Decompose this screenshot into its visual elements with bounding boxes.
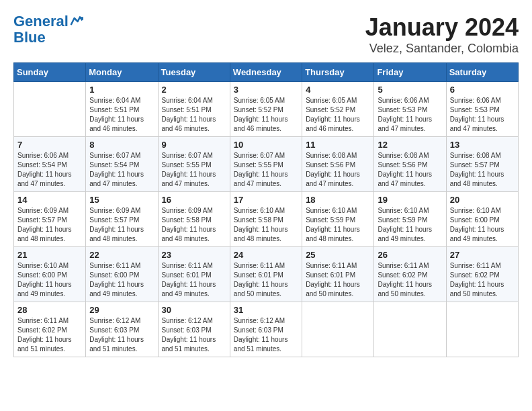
day-number: 26 xyxy=(378,250,442,260)
day-header-sunday: Sunday xyxy=(14,63,86,82)
day-number: 15 xyxy=(89,195,154,205)
day-info: Sunrise: 6:05 AMSunset: 5:52 PMDaylight:… xyxy=(306,96,370,134)
day-header-tuesday: Tuesday xyxy=(158,63,230,82)
day-info: Sunrise: 6:08 AMSunset: 5:56 PMDaylight:… xyxy=(306,151,370,189)
day-info: Sunrise: 6:09 AMSunset: 5:57 PMDaylight:… xyxy=(17,206,82,244)
calendar-cell: 5Sunrise: 6:06 AMSunset: 5:53 PMDaylight… xyxy=(374,82,446,137)
calendar-cell: 9Sunrise: 6:07 AMSunset: 5:55 PMDaylight… xyxy=(158,137,230,192)
day-header-friday: Friday xyxy=(374,63,446,82)
day-info: Sunrise: 6:06 AMSunset: 5:53 PMDaylight:… xyxy=(378,96,442,134)
calendar-cell: 4Sunrise: 6:05 AMSunset: 5:52 PMDaylight… xyxy=(302,82,374,137)
calendar-cell: 17Sunrise: 6:10 AMSunset: 5:58 PMDayligh… xyxy=(230,192,302,247)
calendar-cell: 26Sunrise: 6:11 AMSunset: 6:02 PMDayligh… xyxy=(374,247,446,302)
day-number: 23 xyxy=(162,250,226,260)
calendar-table: SundayMondayTuesdayWednesdayThursdayFrid… xyxy=(13,62,519,357)
day-info: Sunrise: 6:11 AMSunset: 6:02 PMDaylight:… xyxy=(17,316,82,354)
day-number: 21 xyxy=(17,250,82,260)
day-info: Sunrise: 6:11 AMSunset: 6:02 PMDaylight:… xyxy=(378,261,442,299)
logo-text: General xyxy=(13,13,69,30)
day-number: 1 xyxy=(89,85,154,95)
calendar-cell: 19Sunrise: 6:10 AMSunset: 5:59 PMDayligh… xyxy=(374,192,446,247)
day-info: Sunrise: 6:07 AMSunset: 5:55 PMDaylight:… xyxy=(162,151,226,189)
calendar-week-row: 21Sunrise: 6:10 AMSunset: 6:00 PMDayligh… xyxy=(14,247,519,302)
day-info: Sunrise: 6:10 AMSunset: 6:00 PMDaylight:… xyxy=(17,261,82,299)
calendar-cell xyxy=(446,302,518,357)
calendar-cell: 27Sunrise: 6:11 AMSunset: 6:02 PMDayligh… xyxy=(446,247,518,302)
day-number: 31 xyxy=(234,305,298,315)
day-info: Sunrise: 6:11 AMSunset: 6:02 PMDaylight:… xyxy=(450,261,515,299)
calendar-week-row: 28Sunrise: 6:11 AMSunset: 6:02 PMDayligh… xyxy=(14,302,519,357)
logo-icon xyxy=(70,15,83,28)
day-number: 29 xyxy=(89,305,154,315)
day-info: Sunrise: 6:04 AMSunset: 5:51 PMDaylight:… xyxy=(89,96,154,134)
calendar-cell: 18Sunrise: 6:10 AMSunset: 5:59 PMDayligh… xyxy=(302,192,374,247)
day-info: Sunrise: 6:11 AMSunset: 6:00 PMDaylight:… xyxy=(89,261,154,299)
calendar-cell: 2Sunrise: 6:04 AMSunset: 5:51 PMDaylight… xyxy=(158,82,230,137)
calendar-week-row: 14Sunrise: 6:09 AMSunset: 5:57 PMDayligh… xyxy=(14,192,519,247)
calendar-cell: 20Sunrise: 6:10 AMSunset: 6:00 PMDayligh… xyxy=(446,192,518,247)
day-number: 22 xyxy=(89,250,154,260)
logo: General Blue xyxy=(13,13,83,46)
calendar-cell: 11Sunrise: 6:08 AMSunset: 5:56 PMDayligh… xyxy=(302,137,374,192)
calendar-cell: 12Sunrise: 6:08 AMSunset: 5:56 PMDayligh… xyxy=(374,137,446,192)
day-number: 3 xyxy=(234,85,298,95)
day-info: Sunrise: 6:10 AMSunset: 5:59 PMDaylight:… xyxy=(306,206,370,244)
calendar-cell: 22Sunrise: 6:11 AMSunset: 6:00 PMDayligh… xyxy=(86,247,158,302)
calendar-cell: 24Sunrise: 6:11 AMSunset: 6:01 PMDayligh… xyxy=(230,247,302,302)
day-number: 25 xyxy=(306,250,370,260)
day-number: 17 xyxy=(234,195,298,205)
day-number: 4 xyxy=(306,85,370,95)
calendar-cell: 21Sunrise: 6:10 AMSunset: 6:00 PMDayligh… xyxy=(14,247,86,302)
day-number: 2 xyxy=(162,85,226,95)
day-number: 10 xyxy=(234,140,298,150)
calendar-cell: 25Sunrise: 6:11 AMSunset: 6:01 PMDayligh… xyxy=(302,247,374,302)
calendar-cell: 7Sunrise: 6:06 AMSunset: 5:54 PMDaylight… xyxy=(14,137,86,192)
title-block: January 2024 Velez, Santander, Colombia xyxy=(365,13,519,56)
calendar-cell xyxy=(302,302,374,357)
page-header: General Blue January 2024 Velez, Santand… xyxy=(13,13,519,56)
day-info: Sunrise: 6:06 AMSunset: 5:53 PMDaylight:… xyxy=(450,96,515,134)
calendar-week-row: 7Sunrise: 6:06 AMSunset: 5:54 PMDaylight… xyxy=(14,137,519,192)
day-info: Sunrise: 6:09 AMSunset: 5:58 PMDaylight:… xyxy=(162,206,226,244)
day-header-thursday: Thursday xyxy=(302,63,374,82)
day-number: 19 xyxy=(378,195,442,205)
day-info: Sunrise: 6:11 AMSunset: 6:01 PMDaylight:… xyxy=(162,261,226,299)
calendar-cell: 6Sunrise: 6:06 AMSunset: 5:53 PMDaylight… xyxy=(446,82,518,137)
calendar-cell: 16Sunrise: 6:09 AMSunset: 5:58 PMDayligh… xyxy=(158,192,230,247)
calendar-cell: 8Sunrise: 6:07 AMSunset: 5:54 PMDaylight… xyxy=(86,137,158,192)
calendar-cell xyxy=(14,82,86,137)
day-info: Sunrise: 6:07 AMSunset: 5:55 PMDaylight:… xyxy=(234,151,298,189)
page-title: January 2024 xyxy=(365,13,519,42)
day-header-wednesday: Wednesday xyxy=(230,63,302,82)
day-number: 18 xyxy=(306,195,370,205)
day-number: 5 xyxy=(378,85,442,95)
calendar-cell: 31Sunrise: 6:12 AMSunset: 6:03 PMDayligh… xyxy=(230,302,302,357)
calendar-week-row: 1Sunrise: 6:04 AMSunset: 5:51 PMDaylight… xyxy=(14,82,519,137)
calendar-cell: 29Sunrise: 6:12 AMSunset: 6:03 PMDayligh… xyxy=(86,302,158,357)
day-info: Sunrise: 6:12 AMSunset: 6:03 PMDaylight:… xyxy=(89,316,154,354)
day-info: Sunrise: 6:11 AMSunset: 6:01 PMDaylight:… xyxy=(234,261,298,299)
day-number: 24 xyxy=(234,250,298,260)
day-info: Sunrise: 6:12 AMSunset: 6:03 PMDaylight:… xyxy=(162,316,226,354)
day-info: Sunrise: 6:10 AMSunset: 5:59 PMDaylight:… xyxy=(378,206,442,244)
day-number: 20 xyxy=(450,195,515,205)
day-info: Sunrise: 6:10 AMSunset: 5:58 PMDaylight:… xyxy=(234,206,298,244)
calendar-cell: 3Sunrise: 6:05 AMSunset: 5:52 PMDaylight… xyxy=(230,82,302,137)
calendar-cell: 1Sunrise: 6:04 AMSunset: 5:51 PMDaylight… xyxy=(86,82,158,137)
day-info: Sunrise: 6:04 AMSunset: 5:51 PMDaylight:… xyxy=(162,96,226,134)
logo-text2: Blue xyxy=(13,30,83,46)
day-number: 11 xyxy=(306,140,370,150)
day-number: 14 xyxy=(17,195,82,205)
day-number: 6 xyxy=(450,85,515,95)
calendar-cell: 30Sunrise: 6:12 AMSunset: 6:03 PMDayligh… xyxy=(158,302,230,357)
day-number: 30 xyxy=(162,305,226,315)
day-info: Sunrise: 6:10 AMSunset: 6:00 PMDaylight:… xyxy=(450,206,515,244)
day-number: 8 xyxy=(89,140,154,150)
day-number: 16 xyxy=(162,195,226,205)
calendar-cell: 23Sunrise: 6:11 AMSunset: 6:01 PMDayligh… xyxy=(158,247,230,302)
calendar-cell xyxy=(374,302,446,357)
calendar-cell: 10Sunrise: 6:07 AMSunset: 5:55 PMDayligh… xyxy=(230,137,302,192)
calendar-cell: 13Sunrise: 6:08 AMSunset: 5:57 PMDayligh… xyxy=(446,137,518,192)
day-info: Sunrise: 6:11 AMSunset: 6:01 PMDaylight:… xyxy=(306,261,370,299)
calendar-cell: 28Sunrise: 6:11 AMSunset: 6:02 PMDayligh… xyxy=(14,302,86,357)
